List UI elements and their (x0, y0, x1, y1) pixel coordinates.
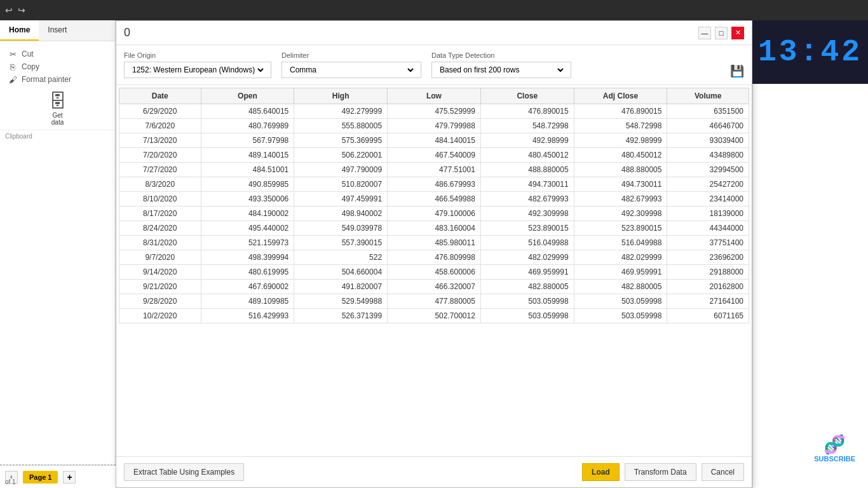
table-cell-adj close: 503.059998 (574, 294, 667, 309)
file-origin-group: File Origin 1252: Western European (Wind… (124, 51, 271, 78)
table-cell-high: 522 (294, 250, 388, 265)
close-button[interactable]: ✕ (731, 27, 744, 39)
extract-button[interactable]: Extract Table Using Examples (124, 463, 244, 481)
format-painter-button[interactable]: 🖌 Format painter (5, 73, 110, 86)
data-type-dropdown[interactable]: Based on first 200 rows (437, 65, 566, 75)
table-cell-adj close: 548.72998 (574, 119, 667, 133)
table-cell-volume: 93039400 (667, 133, 749, 148)
page-tab[interactable]: Page 1 (23, 471, 58, 484)
table-cell-adj close: 469.959991 (574, 265, 667, 280)
maximize-button[interactable]: □ (715, 27, 728, 39)
table-cell-low: 477.880005 (388, 294, 481, 309)
transform-button[interactable]: Transform Data (625, 463, 696, 481)
table-cell-date: 9/7/2020 (119, 250, 201, 265)
redo-button[interactable]: ↪ (18, 5, 25, 15)
table-cell-high: 504.660004 (294, 265, 388, 280)
table-cell-close: 488.880005 (480, 163, 574, 177)
file-origin-select[interactable]: 1252: Western European (Windows) (124, 62, 271, 78)
data-type-select[interactable]: Based on first 200 rows (431, 62, 571, 78)
minimize-button[interactable]: — (698, 27, 711, 39)
table-cell-open: 484.190002 (201, 207, 294, 221)
table-cell-volume: 37751400 (667, 236, 749, 250)
column-header-high: High (294, 88, 388, 104)
table-cell-date: 8/17/2020 (119, 207, 201, 221)
copy-button[interactable]: ⎘ Copy (5, 60, 110, 73)
delimiter-select[interactable]: Comma (281, 62, 421, 78)
data-table-area[interactable]: DateOpenHighLowCloseAdj CloseVolume 6/29… (116, 85, 752, 456)
table-cell-volume: 23696200 (667, 250, 749, 265)
table-cell-open: 467.690002 (201, 280, 294, 294)
table-cell-volume: 29188000 (667, 265, 749, 280)
table-cell-open: 484.51001 (201, 163, 294, 177)
table-cell-adj close: 523.890015 (574, 221, 667, 236)
data-type-group: Data Type Detection Based on first 200 r… (431, 51, 571, 78)
table-cell-high: 549.039978 (294, 221, 388, 236)
options-row: File Origin 1252: Western European (Wind… (116, 45, 752, 85)
left-panel: Home Insert ✂ Cut ⎘ Copy 🖌 Format painte… (0, 20, 116, 488)
table-cell-close: 503.059998 (480, 294, 574, 309)
file-origin-label: File Origin (124, 51, 271, 59)
table-cell-adj close: 482.880005 (574, 280, 667, 294)
table-cell-volume: 27164100 (667, 294, 749, 309)
data-type-label: Data Type Detection (431, 51, 571, 59)
table-cell-volume: 6071165 (667, 309, 749, 323)
table-cell-close: 503.059998 (480, 309, 574, 323)
tab-home[interactable]: Home (0, 20, 39, 41)
clock-display: 13:42 (752, 20, 868, 84)
table-cell-open: 485.640015 (201, 104, 294, 119)
table-cell-close: 494.730011 (480, 177, 574, 192)
table-cell-volume: 23414000 (667, 192, 749, 207)
table-cell-low: 485.980011 (388, 236, 481, 250)
table-cell-low: 486.679993 (388, 177, 481, 192)
table-cell-high: 497.459991 (294, 192, 388, 207)
table-cell-adj close: 476.890015 (574, 104, 667, 119)
get-data-button[interactable]: 🗄 Get data (0, 88, 115, 128)
column-header-volume: Volume (667, 88, 749, 104)
paint-brush-icon: 🖌 (8, 74, 18, 85)
table-cell-adj close: 488.880005 (574, 163, 667, 177)
table-row: 10/2/2020516.429993526.371399502.7000125… (119, 309, 749, 323)
table-row: 8/10/2020493.350006497.459991466.5499884… (119, 192, 749, 207)
save-icon[interactable]: 💾 (730, 64, 744, 78)
delimiter-dropdown[interactable]: Comma (287, 65, 416, 75)
dna-icon: 🧬 (824, 434, 846, 455)
table-cell-adj close: 494.730011 (574, 177, 667, 192)
table-cell-high: 492.279999 (294, 104, 388, 119)
table-cell-date: 8/3/2020 (119, 177, 201, 192)
table-cell-volume: 46646700 (667, 119, 749, 133)
table-cell-low: 467.540009 (388, 148, 481, 163)
table-cell-high: 510.820007 (294, 177, 388, 192)
table-cell-close: 548.72998 (480, 119, 574, 133)
table-row: 9/21/2020467.690002491.820007466.3200074… (119, 280, 749, 294)
table-row: 9/7/2020498.399994522476.809998482.02999… (119, 250, 749, 265)
table-cell-adj close: 492.309998 (574, 207, 667, 221)
cancel-button[interactable]: Cancel (702, 463, 744, 481)
table-row: 8/31/2020521.159973557.390015485.9800115… (119, 236, 749, 250)
tab-insert[interactable]: Insert (39, 20, 76, 41)
table-cell-high: 526.371399 (294, 309, 388, 323)
add-page-button[interactable]: + (63, 471, 76, 484)
column-header-close: Close (480, 88, 574, 104)
clipboard-group: ✂ Cut ⎘ Copy 🖌 Format painter (0, 45, 115, 88)
file-origin-dropdown[interactable]: 1252: Western European (Windows) (130, 65, 266, 75)
table-cell-volume: 6351500 (667, 104, 749, 119)
table-cell-close: 482.679993 (480, 192, 574, 207)
table-cell-high: 555.880005 (294, 119, 388, 133)
table-cell-adj close: 516.049988 (574, 236, 667, 250)
table-cell-high: 529.549988 (294, 294, 388, 309)
table-cell-high: 506.220001 (294, 148, 388, 163)
table-cell-close: 492.98999 (480, 133, 574, 148)
copy-icon: ⎘ (8, 62, 18, 72)
table-cell-date: 7/20/2020 (119, 148, 201, 163)
load-button[interactable]: Load (582, 463, 620, 481)
table-cell-low: 466.549988 (388, 192, 481, 207)
cut-button[interactable]: ✂ Cut (5, 48, 110, 60)
table-cell-low: 484.140015 (388, 133, 481, 148)
table-cell-open: 567.97998 (201, 133, 294, 148)
undo-button[interactable]: ↩ (5, 5, 13, 15)
table-row: 9/14/2020480.619995504.660004458.6000064… (119, 265, 749, 280)
dialog-controls: — □ ✕ (698, 27, 744, 39)
table-cell-close: 480.450012 (480, 148, 574, 163)
ribbon-tabs: Home Insert (0, 20, 115, 41)
table-cell-date: 7/27/2020 (119, 163, 201, 177)
